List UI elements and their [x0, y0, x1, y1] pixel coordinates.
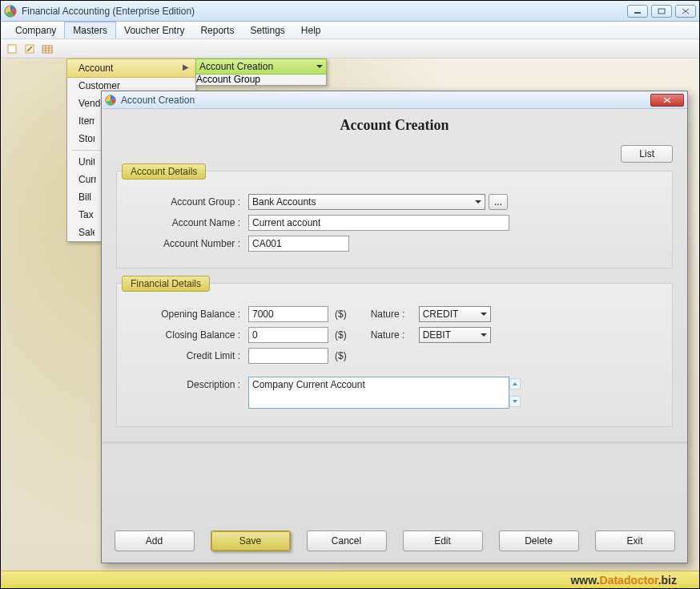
- masters-item-account[interactable]: Account: [66, 58, 196, 78]
- masters-item-unit[interactable]: Unit: [67, 153, 95, 171]
- nature1-select[interactable]: CREDIT: [419, 306, 491, 322]
- edit-button[interactable]: Edit: [403, 531, 483, 551]
- nature1-label: Nature :: [371, 309, 419, 320]
- exit-button[interactable]: Exit: [595, 531, 675, 551]
- footer-bar: www.Datadoctor.biz: [1, 571, 699, 588]
- dialog-titlebar: Account Creation: [102, 91, 687, 109]
- nature2-label: Nature :: [371, 329, 419, 341]
- masters-item-salesman[interactable]: Salesman: [67, 224, 95, 241]
- client-area: Account Customer Vendor Item Store Unit …: [1, 58, 699, 572]
- dialog-close-button[interactable]: [650, 94, 684, 107]
- account-details-group: Account Details Account Group : Bank Acc…: [116, 171, 673, 268]
- opening-balance-label: Opening Balance :: [128, 309, 248, 320]
- account-name-label: Account Name :: [128, 217, 248, 228]
- textarea-scrollbar[interactable]: [509, 377, 522, 409]
- masters-item-item[interactable]: Item: [67, 112, 95, 130]
- masters-item-currency[interactable]: Currency: [67, 171, 96, 188]
- add-button[interactable]: Add: [115, 531, 195, 551]
- footer-brand: Datadoctor: [600, 574, 658, 587]
- account-name-input[interactable]: [248, 215, 509, 231]
- maximize-button[interactable]: [651, 5, 672, 18]
- menu-voucher-entry[interactable]: Voucher Entry: [116, 22, 192, 38]
- nature2-value: DEBIT: [423, 329, 451, 341]
- toolbar-edit-icon[interactable]: [22, 42, 38, 56]
- scroll-up-icon[interactable]: [509, 378, 521, 389]
- app-icon: [4, 5, 17, 18]
- opening-balance-input[interactable]: [248, 306, 328, 322]
- footer-prefix: www.: [570, 574, 599, 587]
- toolbar: [1, 39, 699, 58]
- account-group-select[interactable]: Bank Accounts: [248, 194, 485, 210]
- menu-help[interactable]: Help: [293, 22, 329, 38]
- account-number-label: Account Number :: [128, 238, 248, 249]
- menubar: Company Masters Voucher Entry Reports Se…: [1, 22, 699, 39]
- dialog-button-row: Add Save Cancel Edit Delete Exit: [102, 531, 687, 551]
- account-creation-dialog: Account Creation Account Creation List A…: [101, 91, 688, 563]
- account-group-label: Account Group :: [128, 196, 248, 208]
- description-label: Description :: [128, 377, 248, 390]
- footer-link[interactable]: www.Datadoctor.biz: [570, 574, 677, 587]
- masters-item-tax[interactable]: Tax: [67, 206, 96, 224]
- account-group-browse-button[interactable]: ...: [489, 194, 508, 210]
- dialog-icon: [105, 95, 116, 106]
- account-group-value: Bank Accounts: [252, 196, 316, 208]
- menu-settings[interactable]: Settings: [242, 22, 292, 38]
- submenu-account-creation[interactable]: Account Creation: [195, 58, 327, 75]
- masters-item-vendor[interactable]: Vendor: [67, 95, 106, 112]
- close-button[interactable]: [675, 5, 696, 18]
- financial-details-group: Financial Details Opening Balance : ($) …: [116, 283, 673, 427]
- dialog-title: Account Creation: [121, 95, 650, 106]
- toolbar-new-icon[interactable]: [4, 42, 20, 56]
- svg-rect-2: [658, 9, 665, 14]
- credit-limit-currency-suffix: ($): [335, 350, 347, 361]
- account-submenu: Account Creation Account Group: [195, 58, 327, 86]
- submenu-account-group[interactable]: Account Group: [196, 74, 326, 85]
- menu-reports[interactable]: Reports: [192, 22, 242, 38]
- menu-masters[interactable]: Masters: [64, 22, 116, 38]
- delete-button[interactable]: Delete: [499, 531, 579, 551]
- toolbar-grid-icon[interactable]: [39, 42, 55, 56]
- description-textarea[interactable]: [248, 377, 509, 409]
- footer-suffix: .biz: [658, 574, 677, 587]
- account-details-legend: Account Details: [122, 163, 206, 180]
- masters-item-bill-sundry[interactable]: Bill Sundry: [67, 188, 93, 206]
- scroll-down-icon[interactable]: [509, 396, 521, 407]
- opening-currency-suffix: ($): [335, 309, 347, 320]
- masters-item-store[interactable]: Store: [67, 130, 95, 147]
- minimize-button[interactable]: [627, 5, 648, 18]
- credit-limit-input[interactable]: [248, 348, 328, 364]
- dialog-header: Account Creation: [102, 109, 687, 145]
- menu-company[interactable]: Company: [7, 22, 64, 38]
- list-button[interactable]: List: [621, 145, 673, 163]
- svg-rect-7: [42, 46, 52, 53]
- dialog-separator: [102, 442, 687, 445]
- credit-limit-label: Credit Limit :: [128, 350, 248, 361]
- closing-balance-label: Closing Balance :: [128, 329, 248, 341]
- account-number-input[interactable]: [248, 236, 349, 252]
- window-titlebar: Financial Accounting (Enterprise Edition…: [1, 1, 699, 22]
- closing-balance-input[interactable]: [248, 327, 328, 343]
- nature1-value: CREDIT: [423, 309, 459, 320]
- window-title: Financial Accounting (Enterprise Edition…: [22, 6, 627, 17]
- nature2-select[interactable]: DEBIT: [419, 327, 491, 343]
- save-button[interactable]: Save: [211, 531, 291, 551]
- financial-details-legend: Financial Details: [122, 276, 210, 292]
- cancel-button[interactable]: Cancel: [307, 531, 387, 551]
- closing-currency-suffix: ($): [335, 329, 347, 341]
